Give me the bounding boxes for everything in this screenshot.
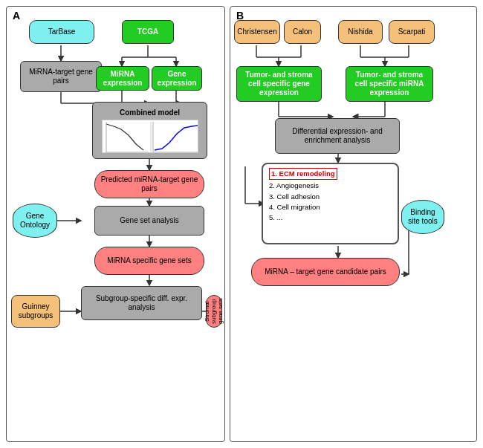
panel-a: A — [6, 6, 225, 442]
mirna-specific-gene-sets-box: MiRNA specific gene sets — [94, 247, 204, 275]
binding-site-tools-box: Binding site tools — [401, 200, 444, 234]
ecm-item-2: 2. Angiogenesis — [269, 181, 392, 191]
subgroup-diff-box: Subgroup-specific diff. expr. analysis — [81, 286, 202, 320]
stromal-subgroup-box: Stromal subgroup gene sets — [206, 295, 222, 328]
ecm-list-box: 1. ECM remodeling 2. Angiogenesis 3. Cel… — [262, 163, 399, 244]
christensen-box: Christensen — [234, 20, 280, 44]
tarbase-box: TarBase — [29, 20, 94, 44]
gene-ontology-box: Gene Ontology — [13, 204, 57, 238]
mirna-target-pairs-box: MiRNA-target gene pairs — [20, 61, 102, 92]
gene-set-analysis-box: Gene set analysis — [94, 206, 204, 236]
nishida-box: Nishida — [338, 20, 383, 44]
combined-model-label: Combined model — [120, 108, 180, 117]
combined-model-box: Combined model — [92, 102, 207, 159]
panel-a-label: A — [13, 10, 20, 22]
ecm-item-5: 5. ... — [269, 212, 392, 223]
ecm-item-4: 4. Cell migration — [269, 202, 392, 212]
mirna-expression-box: MiRNA expression — [96, 66, 149, 91]
guinney-subgroups-box: Guinney subgroups — [11, 295, 60, 328]
panel-b: B — [230, 6, 477, 442]
ecm-item-1: 1. ECM remodeling — [269, 168, 392, 181]
predicted-mirna-box: Predicted miRNA-target gene pairs — [94, 170, 204, 198]
tumor-stroma-mirna-box: Tumor- and stroma cell specific miRNA ex… — [346, 66, 433, 102]
tcga-box: TCGA — [122, 20, 174, 44]
diff-expression-box: Differential expression- and enrichment … — [275, 118, 400, 154]
calon-box: Calon — [284, 20, 321, 44]
ecm-item-3: 3. Cell adhesion — [269, 192, 392, 202]
scarpati-box: Scarpati — [389, 20, 435, 44]
gene-expression-box: Gene expression — [152, 66, 202, 91]
main-container: A — [0, 0, 483, 448]
mirna-target-candidate-box: MiRNA – target gene candidate pairs — [251, 258, 400, 286]
tumor-stroma-gene-box: Tumor- and stroma cell specific gene exp… — [236, 66, 322, 102]
combined-model-chart — [102, 120, 198, 153]
